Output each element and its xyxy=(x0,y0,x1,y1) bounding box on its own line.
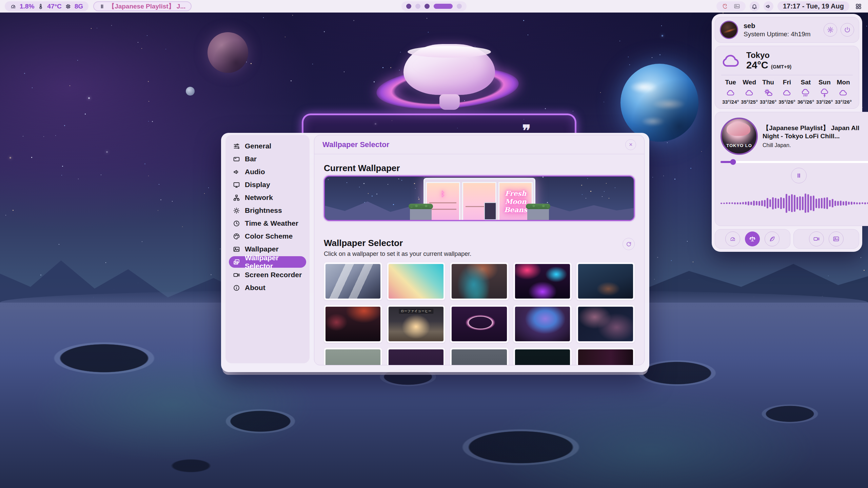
images-icon xyxy=(233,259,240,266)
menu-board xyxy=(484,202,496,220)
forecast-day-name: Thu xyxy=(759,79,777,86)
visualizer-bar xyxy=(821,198,823,208)
visualizer-bar xyxy=(815,199,817,208)
wallpaper-thumb-abstract-mesh-waves[interactable] xyxy=(576,305,635,343)
workspace-dot-1[interactable] xyxy=(406,4,411,9)
wallpaper-thumb-pastel-gradient[interactable] xyxy=(387,262,445,300)
purple-planet xyxy=(208,32,248,73)
brightness-icon xyxy=(233,207,240,214)
media-pill[interactable]: 【Japanese Playlist】 J... xyxy=(93,1,192,11)
forecast-icon-wrap xyxy=(834,88,853,98)
wallpaper-thumb-blurred-teal-abstract[interactable] xyxy=(450,262,508,300)
forecast-day-name: Fri xyxy=(777,79,796,86)
cup-body xyxy=(403,44,495,95)
workspace-dot-3[interactable] xyxy=(425,4,430,9)
settings-button[interactable] xyxy=(824,23,837,37)
sidebar-item-label: Bar xyxy=(245,155,257,163)
sidebar-item-wallpaper-selector[interactable]: Wallpaper Selector xyxy=(229,256,306,268)
visualizer-bar xyxy=(832,199,833,207)
tray-image-icon[interactable] xyxy=(734,3,740,9)
system-stats-pill[interactable]: 1.8% 47°C 8G xyxy=(5,1,88,11)
visualizer-bar xyxy=(758,201,760,206)
visualizer-bar xyxy=(799,196,801,210)
sidebar-item-audio[interactable]: Audio xyxy=(229,166,306,178)
wallpaper-thumb-dark-teal[interactable] xyxy=(513,348,572,365)
wallpaper-thumb-anime-girl-crosswalk[interactable] xyxy=(324,262,382,300)
system-tray xyxy=(716,1,746,11)
sidebar-item-wallpaper[interactable]: Wallpaper xyxy=(229,243,306,255)
wallpaper-thumb-neon-arcade-alley[interactable] xyxy=(513,262,572,300)
preview-cafe: ᛒ FreshMoonBeans xyxy=(423,178,535,220)
weather-card: Tokyo 24°C (GMT+9) Tue33°/24°Wed35°/25°T… xyxy=(715,46,859,109)
visualizer-bar xyxy=(788,196,790,211)
wallpaper-thumb-slate-grey[interactable] xyxy=(450,348,508,365)
cloud-icon xyxy=(745,88,754,97)
pause-icon xyxy=(796,172,802,179)
visualizer-bar xyxy=(731,202,733,204)
tray-app-icon[interactable] xyxy=(722,3,728,9)
selector-heading-block: Wallpaper Selector Click on a wallpaper … xyxy=(324,238,471,258)
balanced-mode-button[interactable] xyxy=(745,231,760,246)
workspace-dot-5[interactable] xyxy=(457,4,462,9)
wallpaper-thumb-grey-green-field[interactable] xyxy=(324,348,382,365)
media-pause-button[interactable] xyxy=(791,168,807,183)
power-button[interactable] xyxy=(841,23,854,37)
wallpaper-thumb-nebula-forest[interactable] xyxy=(513,305,572,343)
visualizer-bar xyxy=(723,203,725,204)
wallpaper-thumb-pink-tree-night[interactable] xyxy=(387,348,445,365)
forecast-icon-wrap xyxy=(759,88,777,98)
wallpaper-thumb-dark-snowy-village[interactable] xyxy=(576,262,635,300)
sidebar-item-display[interactable]: Display xyxy=(229,179,306,190)
window-title: Wallpaper Selector xyxy=(322,140,389,149)
visualizer-bar xyxy=(826,197,828,209)
close-button[interactable] xyxy=(625,139,636,150)
wallpaper-thumb-dark-maroon[interactable] xyxy=(576,348,635,365)
forecast-temps: 33°/26° xyxy=(815,99,834,105)
visualizer-bar xyxy=(853,202,855,204)
wallpaper-image xyxy=(326,307,380,341)
apps-grid-icon xyxy=(855,3,862,10)
sidebar-item-label: Screen Recorder xyxy=(245,271,302,279)
forecast-day-tue: Tue33°/24° xyxy=(721,79,740,105)
workspace-dot-4[interactable] xyxy=(434,4,453,9)
wallpaper-thumb-lofi-coffee-shop[interactable]: ローファイコーヒー xyxy=(387,305,445,343)
weather-temp: 24°C xyxy=(746,60,768,71)
screen-record-button[interactable] xyxy=(809,231,824,246)
sidebar-item-label: Brightness xyxy=(245,206,282,215)
visualizer-bar xyxy=(845,201,847,206)
forecast-day-thu: Thu33°/26° xyxy=(759,79,777,105)
power-icon xyxy=(844,26,851,33)
media-progress-thumb[interactable] xyxy=(730,159,736,165)
visualizer-bar xyxy=(807,194,809,212)
sidebar-item-about[interactable]: About xyxy=(229,282,306,293)
forecast-day-name: Sat xyxy=(796,79,815,86)
powersave-mode-button[interactable] xyxy=(765,231,780,246)
performance-mode-button[interactable] xyxy=(725,231,740,246)
sidebar-item-time-weather[interactable]: Time & Weather xyxy=(229,218,306,229)
wallpaper-image xyxy=(578,307,633,341)
dashboard-button[interactable] xyxy=(853,1,863,11)
wallpaper-image xyxy=(389,349,443,365)
sidebar-item-brightness[interactable]: Brightness xyxy=(229,205,306,216)
refresh-button[interactable] xyxy=(623,238,635,250)
refresh-icon xyxy=(626,241,632,247)
media-progress-slider[interactable] xyxy=(721,161,868,163)
wallpaper-thumb-red-forest-figure[interactable] xyxy=(324,305,382,343)
pause-icon xyxy=(99,4,105,9)
sidebar-item-screen-recorder[interactable]: Screen Recorder xyxy=(229,269,306,281)
wallpaper-image xyxy=(389,264,443,299)
visualizer-bar xyxy=(769,199,771,207)
sidebar-item-general[interactable]: General xyxy=(229,140,306,152)
workspace-dot-2[interactable] xyxy=(415,4,420,9)
sidebar-item-bar[interactable]: Bar xyxy=(229,153,306,165)
visualizer-bar xyxy=(818,198,820,208)
volume-button[interactable] xyxy=(764,1,773,11)
wallpaper-thumb-purple-light-ring[interactable] xyxy=(450,305,508,343)
dashboard-panel: seb System Uptime: 4h19m Tokyo 24°C (GMT… xyxy=(712,14,862,252)
planter-right xyxy=(527,208,549,220)
sidebar-item-network[interactable]: Network xyxy=(229,192,306,203)
sidebar-item-color-scheme[interactable]: Color Scheme xyxy=(229,230,306,242)
clock-pill[interactable]: 17:17 - Tue, 19 Aug xyxy=(777,1,849,11)
wallpaper-tool-button[interactable] xyxy=(829,231,844,246)
notifications-button[interactable] xyxy=(750,1,760,11)
